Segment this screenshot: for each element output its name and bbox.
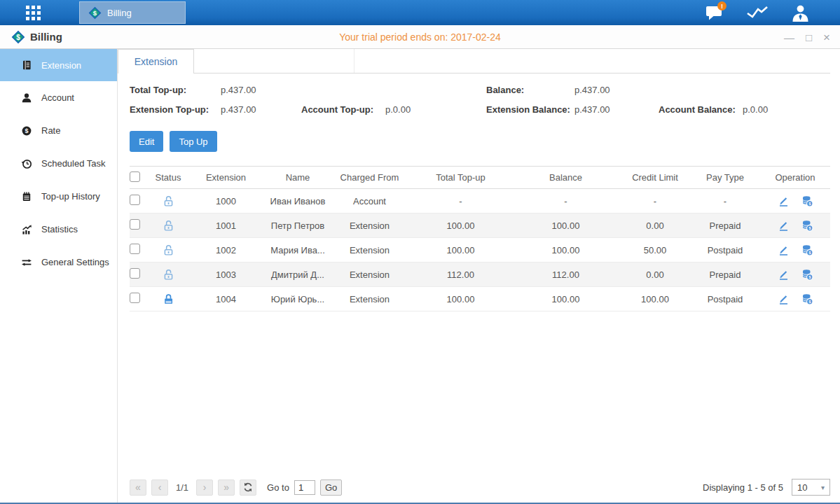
- table-row[interactable]: 1003 Дмитрий Д... Extension 112.00 112.0…: [130, 262, 830, 287]
- cell-total-topup: 100.00: [410, 245, 511, 255]
- dollar-circle-icon: $: [21, 125, 32, 136]
- top-up-row-icon[interactable]: $: [801, 219, 813, 232]
- edit-row-icon[interactable]: [778, 269, 790, 281]
- window-body: Extension Account $ Rate Scheduled Task …: [0, 49, 840, 503]
- edit-row-icon[interactable]: [778, 293, 790, 305]
- cell-pay-type: -: [690, 196, 760, 206]
- billing-window: $ Billing ! $ Billing Your trial period …: [0, 0, 840, 504]
- table-row[interactable]: 1002 Мария Ива... Extension 100.00 100.0…: [130, 238, 830, 262]
- taskbar-tab-billing[interactable]: $ Billing: [79, 1, 186, 24]
- previous-page-button[interactable]: ‹: [151, 479, 168, 496]
- notepad-icon: [21, 191, 32, 202]
- cell-total-topup: 100.00: [410, 220, 511, 231]
- account-balance-label: Account Balance:: [659, 104, 743, 115]
- cell-balance: 100.00: [511, 220, 620, 231]
- sidebar-item-extension[interactable]: Extension: [0, 49, 117, 81]
- maximize-icon[interactable]: □: [806, 32, 812, 43]
- top-up-row-icon[interactable]: $: [801, 244, 813, 256]
- row-checkbox[interactable]: [130, 244, 140, 254]
- messages-icon[interactable]: !: [703, 4, 727, 22]
- select-all-checkbox[interactable]: [130, 172, 140, 182]
- sidebar-item-scheduled-task[interactable]: Scheduled Task: [0, 147, 117, 180]
- clock-history-icon: [21, 158, 32, 169]
- cell-extension: 1002: [186, 245, 266, 255]
- top-up-button[interactable]: Top Up: [170, 131, 216, 152]
- extension-table: Status Extension Name Charged From Total…: [130, 166, 830, 312]
- trial-notice: Your trial period ends on: 2017-02-24: [0, 31, 840, 43]
- svg-text:$: $: [16, 33, 20, 41]
- goto-label: Go to: [267, 482, 289, 493]
- cell-charged-from: Account: [329, 196, 410, 206]
- refresh-button[interactable]: [240, 479, 256, 496]
- row-checkbox[interactable]: [130, 219, 140, 230]
- cell-charged-from: Extension: [329, 220, 410, 231]
- edit-row-icon[interactable]: [778, 244, 790, 256]
- displaying-text: Displaying 1 - 5 of 5: [703, 482, 783, 493]
- column-header-status: Status: [151, 172, 186, 183]
- sidebar-item-general-settings[interactable]: General Settings: [0, 246, 117, 279]
- cell-name: Юрий Юрь...: [266, 294, 329, 304]
- cell-total-topup: 100.00: [410, 294, 511, 304]
- pagination-controls: « ‹ 1/1 › » Go to Go: [130, 479, 342, 496]
- edit-row-icon[interactable]: [778, 220, 790, 232]
- titlebar: $ Billing Your trial period ends on: 201…: [0, 25, 840, 49]
- cell-pay-type: Postpaid: [690, 294, 760, 304]
- edit-row-icon[interactable]: [778, 195, 790, 207]
- go-button[interactable]: Go: [320, 479, 342, 496]
- column-header-extension: Extension: [186, 172, 266, 183]
- column-header-name: Name: [266, 172, 329, 183]
- sidebar-item-rate[interactable]: $ Rate: [0, 114, 117, 147]
- table-row[interactable]: 1000 Иван Иванов Account - - - - $: [130, 189, 830, 214]
- table-row[interactable]: 1004 Юрий Юрь... Extension 100.00 100.00…: [130, 287, 830, 312]
- first-page-button[interactable]: «: [130, 479, 146, 496]
- top-up-row-icon[interactable]: $: [801, 268, 813, 281]
- table-row[interactable]: 1001 Петр Петров Extension 100.00 100.00…: [130, 214, 830, 238]
- balance-value: p.437.00: [574, 85, 659, 95]
- account-topup-label: Account Top-up:: [301, 104, 385, 115]
- last-page-button[interactable]: »: [218, 479, 235, 496]
- task-tab-label: Billing: [107, 8, 132, 18]
- table-body: 1000 Иван Иванов Account - - - - $ 1001 …: [130, 189, 830, 312]
- lock-status-icon: [163, 244, 174, 256]
- sidebar-item-topup-history[interactable]: Top-up History: [0, 180, 117, 213]
- billing-title-icon: $: [11, 30, 25, 44]
- app-grid-icon[interactable]: [26, 6, 48, 20]
- cell-extension: 1001: [186, 220, 266, 231]
- cell-pay-type: Postpaid: [690, 245, 760, 255]
- top-up-row-icon[interactable]: $: [801, 195, 813, 207]
- cell-total-topup: -: [410, 196, 511, 206]
- tab-extension[interactable]: Extension: [118, 49, 194, 74]
- sidebar-item-account[interactable]: Account: [0, 81, 117, 114]
- sidebar-item-label: Rate: [41, 125, 60, 136]
- cell-name: Петр Петров: [266, 220, 329, 231]
- person-icon: [21, 92, 32, 104]
- row-checkbox[interactable]: [130, 195, 140, 205]
- billing-app-icon: $: [88, 6, 102, 20]
- row-checkbox[interactable]: [130, 268, 140, 279]
- column-header-credit-limit: Credit Limit: [620, 172, 690, 183]
- close-icon[interactable]: ×: [823, 31, 830, 43]
- goto-page-input[interactable]: [294, 480, 315, 495]
- sidebar-item-statistics[interactable]: Statistics: [0, 213, 117, 246]
- lock-status-icon: [163, 293, 174, 305]
- cell-charged-from: Extension: [329, 270, 410, 280]
- topbar-actions: !: [703, 0, 812, 25]
- tab-strip: Extension: [118, 49, 830, 74]
- user-icon[interactable]: [788, 4, 812, 22]
- notification-badge: !: [717, 1, 727, 10]
- sidebar-item-label: Statistics: [41, 224, 78, 234]
- cell-name: Дмитрий Д...: [266, 270, 329, 280]
- account-balance-value: p.0.00: [743, 104, 830, 115]
- statistics-chart-icon[interactable]: [745, 4, 769, 22]
- edit-button[interactable]: Edit: [130, 131, 163, 152]
- next-page-button[interactable]: ›: [196, 479, 213, 496]
- page-size-select[interactable]: 10 ▾: [792, 479, 830, 496]
- sidebar-item-label: Top-up History: [41, 191, 100, 202]
- extension-balance-value: p.437.00: [574, 104, 659, 115]
- top-up-row-icon[interactable]: $: [801, 293, 813, 305]
- page-title: Billing: [30, 31, 62, 43]
- cell-extension: 1000: [186, 196, 266, 206]
- minimize-icon[interactable]: —: [784, 32, 794, 43]
- row-checkbox[interactable]: [130, 293, 140, 303]
- column-header-charged-from: Charged From: [329, 172, 410, 183]
